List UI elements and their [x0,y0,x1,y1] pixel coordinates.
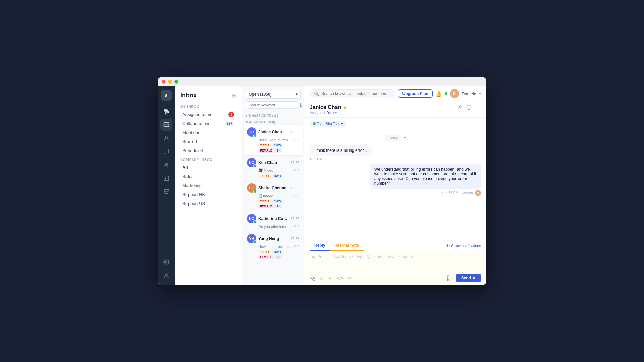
user-avatar: D [450,89,459,98]
assigned-chevron[interactable]: ▾ [335,110,337,115]
rail-reports-icon[interactable] [160,172,172,184]
rail-contacts-icon[interactable] [160,132,172,144]
online-badge-katherine [253,220,257,224]
chat-assigned-info: Assigned: You ▾ [310,110,458,115]
conv-item-yang[interactable]: YH Yang Heng 16:36 How can I track my or… [244,231,303,262]
tags-shaira: TIER 1 CWB FEMALE 2+ [247,199,299,208]
icon-rail: s 📡 [158,86,175,285]
star-icon[interactable]: ★ [343,105,347,110]
check-icon-shaira: ✓✓ [293,194,299,198]
compose-input-area[interactable]: Tip: Press 'space' for ai or type '@' to… [304,251,486,271]
message-outgoing-1: We understand that billing errors can ha… [370,164,481,196]
info-icon[interactable] [466,105,472,111]
msg-time-1: 4:35 PM [310,157,372,161]
minimize-button[interactable] [168,80,172,84]
conv-item-katherine[interactable]: KC Katherine Concepcion 16:36 Do you off… [244,211,303,231]
maximize-button[interactable] [174,80,178,84]
search-input[interactable] [321,91,391,96]
date-chip[interactable]: Today [385,135,401,141]
svg-point-4 [166,261,167,263]
contact-details-icon[interactable] [458,105,463,111]
pen-icon[interactable]: ✏ [347,275,352,281]
msg-bubble-2: We understand that billing errors can ha… [370,164,481,189]
rail-settings-icon[interactable] [160,256,172,268]
attachment-icon[interactable]: 📎 [310,275,315,281]
compose-tabs: Reply Internal note 👁 Show notifications [304,240,486,251]
channel-label-bar: Tsim Sha Tsui ▾ [304,118,486,130]
compose-placeholder: Tip: Press 'space' for ai or type '@' to… [310,254,481,259]
show-notifications-btn[interactable]: 👁 Show notifications [446,244,481,248]
sidebar-item-all[interactable]: All [177,163,240,172]
status-filter[interactable]: Open (1350) ▾ [246,90,301,99]
conv-item-shaira[interactable]: SC Shaira Cheung 16:36 🖼 Image ✓✓ TIER 1… [244,181,303,211]
channel-chevron[interactable]: ▾ [341,122,343,126]
sidebar: Inbox ⊞ MY INBOX Assigned to me 3 Collab… [175,86,242,285]
rail-team-icon[interactable] [160,159,172,171]
rail-inbox-icon[interactable] [160,119,172,131]
sidebar-item-marketing[interactable]: Marketing [177,181,240,190]
avatar-yang: YH [247,234,256,243]
svg-point-3 [166,163,168,165]
sidebar-item-mentions[interactable]: Mentions [177,128,240,137]
close-button[interactable] [162,80,166,84]
chat-contact-header: Janice Chan ★ Assigned: You ▾ [304,101,486,118]
sort-icon[interactable]: ⇅ [299,103,303,108]
avatar-ken: KC [247,158,256,167]
compose-area: Reply Internal note 👁 Show notifications… [304,240,486,285]
tab-internal-note[interactable]: Internal note [330,240,364,251]
sidebar-item-starred[interactable]: Starred [177,137,240,146]
check-icon-ken: ✓✓ [293,168,299,173]
conv-search-input[interactable] [246,101,298,109]
sidebar-item-scheduled[interactable]: Scheduled [177,146,240,155]
app-logo[interactable]: s [161,90,172,101]
mic-icon[interactable]: 🎙 [328,275,333,281]
rail-profile-icon[interactable] [160,269,172,282]
svg-point-1 [165,136,167,138]
top-bar: 🔍 Upgrade Plan 🔔 D Daniela ▾ [304,86,486,101]
check-icon-yang: ✓✓ [293,244,299,249]
titlebar [158,77,486,86]
code-icon[interactable]: </> [337,276,343,280]
rail-broadcast-icon[interactable]: 📡 [160,105,172,117]
channel-tag[interactable]: Tsim Sha Tsui ▾ [310,121,346,127]
rail-chat-icon[interactable] [160,145,172,158]
conv-search-icons: ⇅ ⚡ [299,103,304,108]
rail-store-icon[interactable] [160,186,172,198]
search-icon: 🔍 [314,91,319,96]
tab-reply[interactable]: Reply [310,240,330,251]
chat-contact-info: Janice Chan ★ Assigned: You ▾ [310,104,458,115]
notification-bell-icon[interactable]: 🔔 [435,90,442,97]
tags-yang: TIER 1 CWB FEMALE 2+ [247,250,299,259]
sidebar-item-assigned[interactable]: Assigned to me 3 [177,110,240,119]
send-button[interactable]: Send ➤ [456,274,481,282]
group-unassigned[interactable]: ▶ UNASSIGNED ( 3 ) [242,112,304,118]
conv-item-ken[interactable]: KC Ken Chan 16:36 🎥 Video ✓✓ TIER 1 CWB [244,155,303,181]
chat-header-actions: ··· [458,104,481,111]
message-incoming-1: I think there is a billing error... 4:35… [310,145,372,161]
eye-icon: 👁 [446,244,450,248]
online-badge-shaira [253,190,257,193]
upgrade-plan-button[interactable]: Upgrade Plan [398,89,433,98]
date-chevron[interactable]: ▾ [404,136,406,140]
emoji-icon[interactable]: ☺ [319,275,324,281]
user-menu-chevron[interactable]: ▾ [479,91,481,96]
msg-bubble-1: I think there is a billing error... [310,145,372,156]
chevron-down-icon: ▾ [296,92,298,97]
app-body: s 📡 [158,86,486,285]
svg-point-6 [459,105,461,107]
app-window: s 📡 [158,77,486,285]
conv-item-janice[interactable]: JC Janice Chan 16:36 Hello, what currenc… [244,125,303,155]
sidebar-item-support-us[interactable]: Support US [177,199,240,208]
sidebar-item-support-hk[interactable]: Support HK [177,190,240,199]
global-search: 🔍 [310,89,395,98]
avatar-janice: JC [247,127,256,137]
contact-name-heading: Janice Chan ★ [310,104,458,110]
sidebar-compose-icon[interactable]: ⊞ [232,92,236,99]
group-assigned[interactable]: ▶ ASSIGNED (100) [242,118,304,125]
sender-avatar: D [475,190,481,196]
more-options-icon[interactable]: ··· [475,104,481,111]
svg-point-5 [165,274,167,276]
messages-area[interactable]: Today ▾ I think there is a billing error… [304,130,486,240]
sidebar-item-collaborations[interactable]: Collaborations 99+ [177,119,240,128]
sidebar-item-sales[interactable]: Sales [177,172,240,181]
